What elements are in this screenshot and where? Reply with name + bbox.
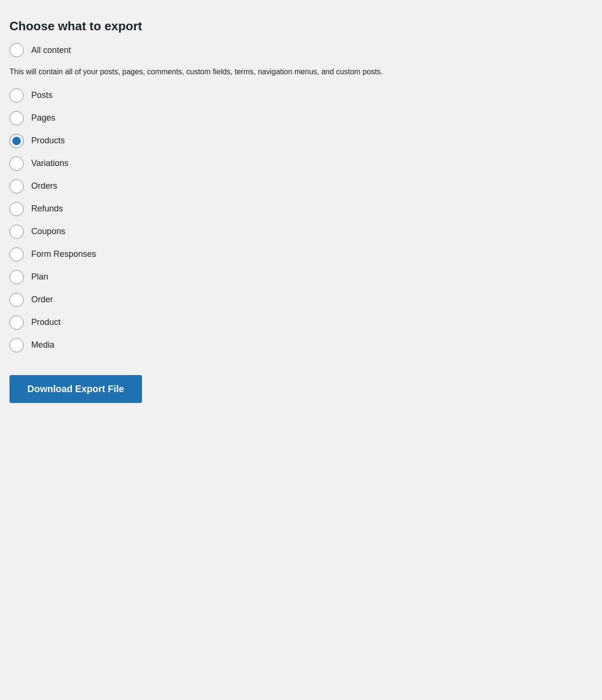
option-order: Order xyxy=(9,293,435,307)
radio-all-content[interactable] xyxy=(9,43,24,57)
option-coupons: Coupons xyxy=(9,225,435,239)
radio-media[interactable] xyxy=(9,338,24,352)
label-media[interactable]: Media xyxy=(31,340,54,350)
label-posts[interactable]: Posts xyxy=(31,90,53,100)
label-variations[interactable]: Variations xyxy=(31,158,69,168)
download-export-button[interactable]: Download Export File xyxy=(9,375,142,403)
radio-pages[interactable] xyxy=(9,111,24,125)
option-all-content: All content xyxy=(9,43,435,57)
label-refunds[interactable]: Refunds xyxy=(31,204,63,214)
radio-orders[interactable] xyxy=(9,179,24,193)
option-variations: Variations xyxy=(9,157,435,171)
radio-variations[interactable] xyxy=(9,157,24,171)
option-plan: Plan xyxy=(9,270,435,284)
label-pages[interactable]: Pages xyxy=(31,113,55,123)
radio-refunds[interactable] xyxy=(9,202,24,216)
option-form-responses: Form Responses xyxy=(9,247,435,262)
page-title: Choose what to export xyxy=(9,19,435,34)
label-all-content[interactable]: All content xyxy=(31,45,71,55)
label-form-responses[interactable]: Form Responses xyxy=(31,249,96,259)
label-order[interactable]: Order xyxy=(31,295,53,305)
label-orders[interactable]: Orders xyxy=(31,181,57,191)
radio-posts[interactable] xyxy=(9,88,24,103)
radio-products[interactable] xyxy=(9,134,24,148)
radio-plan[interactable] xyxy=(9,270,24,284)
option-products: Products xyxy=(9,134,435,148)
option-posts: Posts xyxy=(9,88,435,103)
label-product[interactable]: Product xyxy=(31,317,61,327)
label-products[interactable]: Products xyxy=(31,136,65,146)
all-content-description: This will contain all of your posts, pag… xyxy=(9,66,435,78)
radio-product[interactable] xyxy=(9,315,24,330)
label-plan[interactable]: Plan xyxy=(31,272,48,282)
option-product: Product xyxy=(9,315,435,330)
option-media: Media xyxy=(9,338,435,352)
radio-coupons[interactable] xyxy=(9,225,24,239)
radio-order[interactable] xyxy=(9,293,24,307)
export-form: Choose what to export All content This w… xyxy=(9,14,435,408)
radio-form-responses[interactable] xyxy=(9,247,24,262)
option-orders: Orders xyxy=(9,179,435,193)
option-pages: Pages xyxy=(9,111,435,125)
option-refunds: Refunds xyxy=(9,202,435,216)
label-coupons[interactable]: Coupons xyxy=(31,227,65,236)
radio-options-list: PostsPagesProductsVariationsOrdersRefund… xyxy=(9,88,435,352)
